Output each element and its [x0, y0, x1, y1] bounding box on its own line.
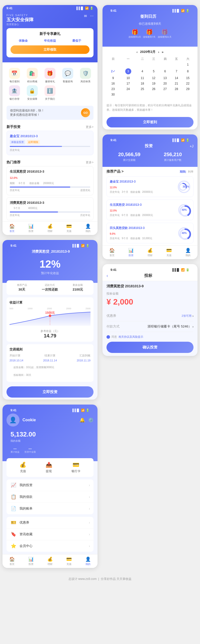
filter-btns: 期限| 利率 [180, 170, 193, 174]
nav-profile[interactable]: 👤 我的 [85, 224, 91, 233]
message-icon[interactable]: ✉ [84, 14, 87, 18]
product-card-2[interactable]: 生活莫愁贷 20181013-3 12.0% 历史年化 6个月 借款金额 200… [107, 200, 193, 220]
pay-value[interactable]: 浙经银行储蓄卡（尾号 5246） › [148, 324, 193, 329]
hot-card-1[interactable]: 生活莫愁贷 20181013-3 12.0% 期限 6个月 借款金额 20000… [7, 166, 93, 195]
nav-home-3[interactable]: 🏠 首页 [109, 248, 115, 257]
cal-cell[interactable]: 17 [120, 81, 137, 86]
nav-recharge[interactable]: 💳 充值 [66, 224, 72, 233]
coupon-menu[interactable]: 🎫 优惠券 › [7, 517, 93, 528]
nav-finance-3[interactable]: 💰 理财 [147, 248, 153, 257]
cal-cell[interactable]: 22 [182, 81, 193, 86]
cal-cell[interactable]: 19 [148, 81, 159, 86]
cal-cell[interactable]: 12 [148, 75, 159, 81]
confirm-invest-btn[interactable]: 确认投资 [107, 342, 193, 353]
icon-invite[interactable]: 🎁 邀请有礼 [42, 68, 58, 83]
cal-cell[interactable]: 6 [159, 67, 171, 75]
cal-cell[interactable]: 30 [107, 92, 120, 97]
cal-cell[interactable]: 9 [107, 75, 120, 81]
cal-cell[interactable]: 26 [148, 86, 159, 92]
cal-cell[interactable]: 2✓ [107, 67, 120, 75]
filter-rate[interactable]: 利率 [188, 170, 193, 174]
cal-cell[interactable]: 11 [137, 75, 148, 81]
nav-invest-5[interactable]: 📊 投资 [28, 556, 34, 566]
bell-icon[interactable]: 🔔 [79, 417, 85, 423]
gift-btn[interactable]: 立即领取 [11, 46, 89, 54]
cal-cell[interactable] [171, 62, 182, 67]
cal-cell[interactable]: 21 [171, 81, 182, 86]
cal-cell[interactable]: 7 [171, 67, 182, 75]
cal-cell[interactable]: 5 [148, 67, 159, 75]
icon-service[interactable]: 💬 客服咨询 [60, 68, 76, 83]
stat-investing: — 投资中金额 [25, 447, 36, 454]
cal-cell[interactable]: 8 [182, 67, 193, 75]
gear-icon[interactable]: ⚙️ [88, 417, 93, 423]
icon-security[interactable]: 🔒 安全保障 [24, 85, 40, 101]
agree-link[interactable]: 相关协议及风险提示 [119, 335, 143, 339]
back-arrow-3[interactable]: ‹ [107, 144, 108, 149]
cal-cell[interactable] [148, 62, 159, 67]
cal-cell[interactable]: 1 [182, 62, 193, 67]
cal-cell[interactable]: 25 [137, 86, 148, 92]
nav-finance-5[interactable]: 💰 理财 [47, 556, 53, 566]
nav-profile-3[interactable]: 👤 我的 [185, 248, 191, 257]
action-recharge[interactable]: 💰 充值 [20, 462, 26, 474]
nav-recharge-5[interactable]: 💳 充值 [66, 556, 72, 566]
member-menu[interactable]: ⭐ 会员中心 › [7, 540, 93, 552]
icon-mall[interactable]: 🛍️ 积分商城 [24, 68, 40, 83]
cal-cell[interactable] [120, 62, 137, 67]
loan-banner[interactable]: 借贷利息最低8.8折，快！ 更多优惠信息请等候！ GO [7, 106, 93, 120]
cal-cell[interactable]: 16 [107, 81, 120, 86]
cal-cell[interactable]: 29 [182, 86, 193, 92]
invest-now-btn[interactable]: 立即投资 [7, 386, 93, 398]
bookmark-menu[interactable]: 🔖 资讯收藏 › [7, 528, 93, 540]
nav-finance[interactable]: 💰 理财 [47, 224, 53, 233]
hot-card-2[interactable]: 消费莫愁贷 20181013-3 5个月 40000元 历史年化 历史年化 [7, 197, 93, 220]
filter-period[interactable]: 期限| [180, 170, 186, 174]
cal-cell[interactable]: 4 [137, 67, 148, 75]
cal-cell[interactable] [107, 62, 120, 67]
nav-invest-3[interactable]: 📊 投资 [128, 248, 134, 257]
screen3-more[interactable]: +J [190, 144, 193, 148]
agree-circle[interactable] [107, 335, 110, 339]
cal-cell[interactable]: 20 [159, 81, 171, 86]
nav-home[interactable]: 🏠 首页 [9, 224, 15, 233]
cal-cell[interactable]: 27 [159, 86, 171, 92]
my-borrow[interactable]: 📋 我的借款 › [7, 491, 93, 503]
more-icon[interactable]: ⋯ [90, 14, 93, 18]
cal-next-next[interactable]: » [162, 50, 163, 54]
cal-cell[interactable] [159, 62, 171, 67]
cal-cell[interactable]: 15 [182, 75, 193, 81]
my-invest[interactable]: 📈 我的投资 › [7, 480, 93, 491]
nav-profile-5[interactable]: 👤 我的 [85, 556, 91, 566]
streak-bar: 🎁 连续签到1天 🎁 连续签到7天 🎁 连续签到21天 [107, 29, 193, 39]
cal-cell[interactable]: 23 [107, 86, 120, 92]
cal-next[interactable]: › [158, 50, 159, 54]
my-bill[interactable]: 📄 我的账单 › [7, 503, 93, 514]
icon-about[interactable]: ℹ️ 关于我们 [42, 85, 58, 101]
cal-cell[interactable]: 18 [137, 81, 148, 86]
nav-recharge-3[interactable]: 💳 充值 [166, 248, 172, 257]
cal-prev[interactable]: ‹ [137, 50, 138, 54]
nav-invest[interactable]: 📊 投资 [28, 224, 34, 233]
action-withdraw[interactable]: 📤 提现 [46, 462, 52, 474]
product-card-1[interactable]: 趣金宝 20181013-3 12.0% 历史年化 3个月 借款金额 20000… [107, 176, 193, 197]
cal-cell[interactable] [137, 62, 148, 67]
product-meta-2: 历史年化 6个月 借款金额 200000元 [110, 214, 176, 217]
go-button[interactable]: GO [81, 108, 90, 117]
newcomer-invest-card[interactable]: 趣金宝 20181013-3 体验金投资 起即期除 历史年化 [7, 131, 93, 155]
cal-cell[interactable]: 24 [120, 86, 137, 92]
action-bank[interactable]: 💳 银行卡 [71, 462, 80, 474]
nav-home-5[interactable]: 🏠 首页 [9, 556, 15, 566]
cal-cell-today[interactable]: 3 [120, 67, 137, 75]
coupon-value[interactable]: 2张可用 › [182, 314, 193, 318]
cal-cell[interactable]: 28 [171, 86, 182, 92]
product-card-3[interactable]: 田头莫愁贷款 20181013-3 9.0% 历史年化 9个月 借款金额 10,… [107, 223, 193, 244]
icon-daily-checkin[interactable]: 📅 每日签到 [7, 68, 22, 83]
checkin-btn[interactable]: 立即签到 [107, 117, 193, 128]
icon-risk[interactable]: 🛡️ 风控体系 [78, 68, 93, 83]
back-arrow-2[interactable]: ‹ [107, 14, 108, 19]
cal-cell[interactable]: 14 [171, 75, 182, 81]
icon-bank[interactable]: 🏦 银行存管 [7, 85, 22, 101]
cal-cell[interactable]: 13 [159, 75, 171, 81]
cal-cell[interactable]: 10 [120, 75, 137, 81]
